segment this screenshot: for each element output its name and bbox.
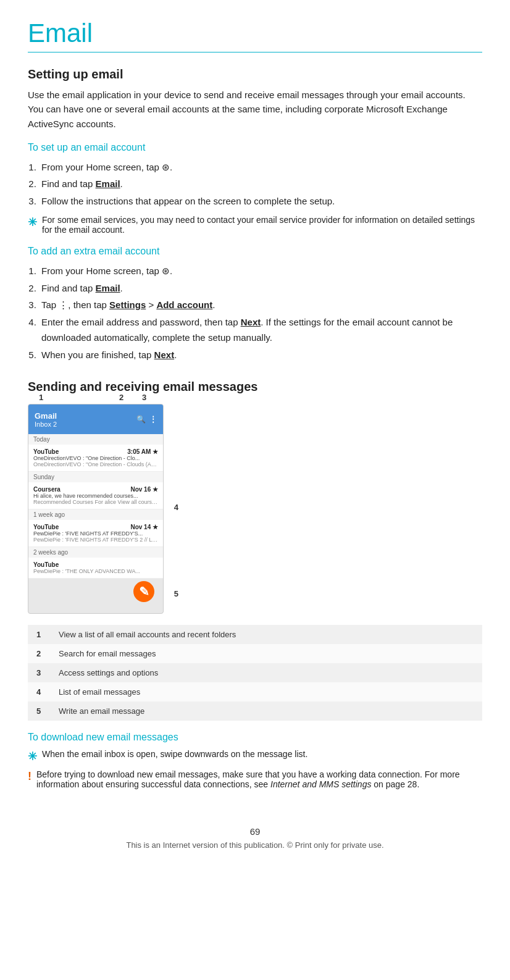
setup-step-2: Find and tap Email. xyxy=(39,176,482,192)
callout-desc: List of email messages xyxy=(50,682,482,701)
callout-desc: Access settings and options xyxy=(50,663,482,682)
sending-receiving-heading: Sending and receiving email messages xyxy=(28,380,482,394)
compose-fab: ✎ xyxy=(133,581,154,602)
email2-preview: Recommended Courses For alice View all c… xyxy=(33,499,158,505)
tip-icon: ✳ xyxy=(28,216,37,229)
email-app-topbar: Gmail Inbox 2 🔍 ⋮ xyxy=(28,404,163,434)
setup-tip: ✳ For some email services, you may need … xyxy=(28,215,482,235)
download-warning: ! Before trying to download new email me… xyxy=(28,769,482,789)
page-title: Email xyxy=(28,19,482,52)
table-row: 4List of email messages xyxy=(28,682,482,701)
add-account-heading: To add an extra email account xyxy=(28,246,482,257)
table-row: 5Write an email message xyxy=(28,701,482,721)
phone-screenshot: Gmail Inbox 2 🔍 ⋮ Today YouTube 3:05 AM … xyxy=(28,404,164,614)
search-icon: 🔍 xyxy=(136,415,146,424)
setup-account-steps: From your Home screen, tap ⊛. Find and t… xyxy=(39,159,482,209)
more-icon: ⋮ xyxy=(149,415,157,424)
setting-up-intro: Use the email application in your device… xyxy=(28,88,482,131)
download-heading: To download new email messages xyxy=(28,732,482,743)
add-step-1: From your Home screen, tap ⊛. xyxy=(39,263,482,279)
tip-text: For some email services, you may need to… xyxy=(42,215,482,235)
warning-link: Internet and MMS settings xyxy=(270,779,371,789)
callout-desc: Search for email messages xyxy=(50,644,482,663)
label-2: 2 xyxy=(119,393,123,402)
callout-desc: View a list of all email accounts and re… xyxy=(50,625,482,644)
email-item-2: Coursera Nov 16 ★ Hi alice, we have reco… xyxy=(28,482,163,509)
sending-receiving-section: Sending and receiving email messages 1 2… xyxy=(28,380,482,789)
email2-subject: Hi alice, we have recommended courses... xyxy=(33,493,158,499)
page-footer: 69 This is an Internet version of this p… xyxy=(28,826,482,850)
download-tip: ✳ When the email inbox is open, swipe do… xyxy=(28,749,482,763)
email2-date: Nov 16 ★ xyxy=(130,486,158,493)
email4-sender: YouTube xyxy=(33,561,59,568)
email-item-1: YouTube 3:05 AM ★ OneDirectionVEVO : "On… xyxy=(28,445,163,472)
add-step-4: Enter the email address and password, th… xyxy=(39,314,482,346)
callout-num: 3 xyxy=(28,663,50,682)
callout-num: 4 xyxy=(28,682,50,701)
table-row: 1View a list of all email accounts and r… xyxy=(28,625,482,644)
add-step-3: Tap ⋮, then tap Settings > Add account. xyxy=(39,297,482,313)
callout-num: 5 xyxy=(28,701,50,721)
email-item-3: YouTube Nov 14 ★ PewDiePie : 'FIVE NIGHT… xyxy=(28,520,163,547)
date-sunday: Sunday xyxy=(28,472,163,482)
email2-sender: Coursera xyxy=(33,486,61,493)
date-today: Today xyxy=(28,434,163,445)
download-step: When the email inbox is open, swipe down… xyxy=(42,749,307,759)
setup-account-heading: To set up an email account xyxy=(28,142,482,153)
table-row: 2Search for email messages xyxy=(28,644,482,663)
email-item-4: YouTube PewDiePie : 'THE ONLY ADVANCED W… xyxy=(28,558,163,579)
label-1: 1 xyxy=(39,393,43,402)
email4-preview: PewDiePie : 'THE ONLY ADVANCED WA... xyxy=(33,568,158,574)
setting-up-heading: Setting up email xyxy=(28,67,482,82)
setup-step-1: From your Home screen, tap ⊛. xyxy=(39,159,482,175)
email3-preview: PewDiePie : 'FIVE NIGHTS AT FREDDY'S 2 /… xyxy=(33,537,158,543)
email3-date: Nov 14 ★ xyxy=(130,524,158,530)
callout-num: 1 xyxy=(28,625,50,644)
setting-up-section: Setting up email Use the email applicati… xyxy=(28,67,482,362)
callout-table: 1View a list of all email accounts and r… xyxy=(28,625,482,721)
footer-text: This is an Internet version of this publ… xyxy=(28,840,482,850)
callout-desc: Write an email message xyxy=(50,701,482,721)
email3-subject: PewDiePie : 'FIVE NIGHTS AT FREDDY'S... xyxy=(33,530,158,537)
email1-subject: OneDirectionVEVO : "One Direction - Clo.… xyxy=(33,455,158,461)
app-name: Gmail xyxy=(35,411,57,421)
table-row: 3Access settings and options xyxy=(28,663,482,682)
screenshot-area: 1 2 3 Gmail Inbox 2 🔍 ⋮ Today xyxy=(28,404,482,614)
label-5: 5 xyxy=(174,589,178,598)
add-account-steps: From your Home screen, tap ⊛. Find and t… xyxy=(39,263,482,362)
email3-sender: YouTube xyxy=(33,524,59,530)
page-number: 69 xyxy=(28,826,482,837)
email1-sender: YouTube xyxy=(33,448,59,455)
email1-preview: OneDirectionVEVO : "One Direction - Clou… xyxy=(33,461,158,467)
label-4: 4 xyxy=(174,503,178,512)
label-3: 3 xyxy=(142,393,146,402)
download-tip-icon: ✳ xyxy=(28,750,37,763)
screenshot-wrapper: 1 2 3 Gmail Inbox 2 🔍 ⋮ Today xyxy=(28,404,164,614)
inbox-label: Inbox 2 xyxy=(35,421,57,428)
topbar-icons: 🔍 ⋮ xyxy=(136,415,157,424)
add-step-2: Find and tap Email. xyxy=(39,280,482,296)
callout-num: 2 xyxy=(28,644,50,663)
add-step-5: When you are finished, tap Next. xyxy=(39,347,482,363)
warning-icon: ! xyxy=(28,770,31,783)
date-2weeksago: 2 weeks ago xyxy=(28,547,163,558)
email1-time: 3:05 AM ★ xyxy=(127,448,158,455)
setup-step-3: Follow the instructions that appear on t… xyxy=(39,193,482,209)
email-list: Today YouTube 3:05 AM ★ OneDirectionVEVO… xyxy=(28,434,163,579)
date-1weekago: 1 week ago xyxy=(28,509,163,520)
warning-text: Before trying to download new email mess… xyxy=(36,769,482,789)
